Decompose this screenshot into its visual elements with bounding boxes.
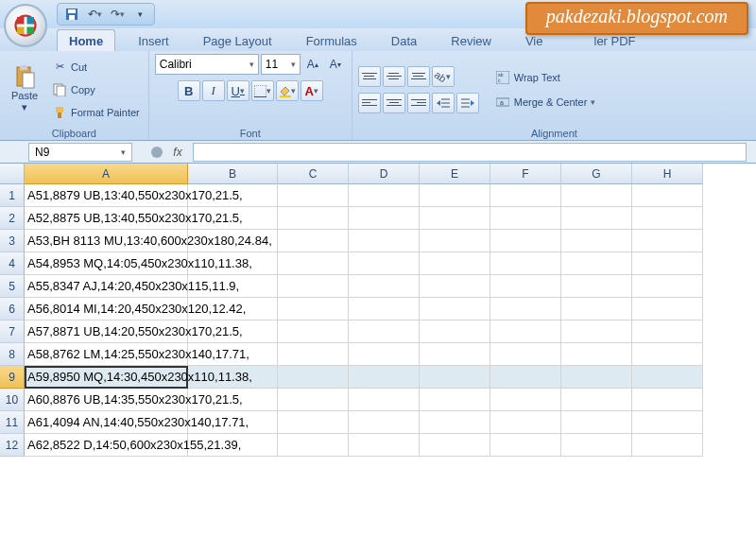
italic-button[interactable]: I [202, 80, 225, 101]
save-icon[interactable] [63, 6, 80, 23]
cell-E9[interactable] [420, 366, 490, 389]
col-header-B[interactable]: B [188, 164, 278, 184]
row-header[interactable]: 3 [0, 230, 25, 252]
cell-B10[interactable] [188, 389, 278, 411]
cell-H1[interactable] [632, 184, 703, 207]
align-right-button[interactable] [407, 93, 430, 113]
tab-home[interactable]: Home [57, 29, 115, 51]
cell-D6[interactable] [349, 298, 420, 320]
cell-E7[interactable] [420, 320, 490, 343]
orientation-button[interactable]: ab▾ [432, 66, 455, 87]
cut-button[interactable]: ✂Cut [49, 57, 143, 78]
cell-E1[interactable] [420, 184, 490, 207]
cell-E12[interactable] [420, 434, 490, 457]
cell-C7[interactable] [278, 320, 349, 343]
fx-button[interactable]: fx [168, 143, 187, 162]
cell-F1[interactable] [490, 184, 561, 207]
cell-D2[interactable] [349, 207, 420, 230]
cell-F7[interactable] [490, 320, 561, 343]
cell-C8[interactable] [278, 343, 349, 366]
row-header[interactable]: 8 [0, 343, 25, 366]
align-top-button[interactable] [358, 66, 381, 87]
cell-C2[interactable] [278, 207, 349, 230]
tab-data[interactable]: Data [380, 30, 428, 51]
row-header[interactable]: 10 [0, 389, 25, 411]
cell-E4[interactable] [420, 252, 490, 275]
cell-A10[interactable]: A60,8876 UB,14:35,550x230x170,21.5, [25, 389, 188, 411]
cell-F10[interactable] [490, 389, 561, 411]
cell-A12[interactable]: A62,8522 D,14:50,600x230x155,21.39, [25, 434, 188, 457]
col-header-E[interactable]: E [420, 164, 490, 184]
cell-E10[interactable] [420, 389, 490, 411]
align-left-button[interactable] [358, 93, 381, 113]
font-color-button[interactable]: A▾ [301, 80, 323, 101]
cell-B8[interactable] [188, 343, 278, 366]
cell-F3[interactable] [490, 230, 561, 252]
cell-E8[interactable] [420, 343, 490, 366]
cell-G2[interactable] [561, 207, 632, 230]
cell-G9[interactable] [561, 366, 632, 389]
cell-H11[interactable] [632, 411, 703, 434]
row-header[interactable]: 9 [0, 366, 25, 389]
increase-indent-button[interactable] [456, 93, 479, 113]
cell-C6[interactable] [278, 298, 349, 320]
redo-icon[interactable]: ↷▾ [109, 6, 126, 23]
cell-H3[interactable] [632, 230, 703, 252]
cell-E11[interactable] [420, 411, 490, 434]
cell-G10[interactable] [561, 389, 632, 411]
col-header-D[interactable]: D [349, 164, 420, 184]
col-header-A[interactable]: A [25, 164, 188, 184]
bold-button[interactable]: B [178, 80, 200, 101]
cell-F8[interactable] [490, 343, 561, 366]
cell-A6[interactable]: A56,8014 MI,14:20,450x230x120,12.42, [25, 298, 188, 320]
cell-C3[interactable] [278, 230, 349, 252]
cell-F5[interactable] [490, 275, 561, 298]
align-bottom-button[interactable] [407, 66, 430, 87]
wrap-text-button[interactable]: abcWrap Text [490, 67, 601, 88]
cell-G6[interactable] [561, 298, 632, 320]
border-button[interactable]: ▾ [251, 80, 274, 101]
formula-input[interactable] [193, 143, 747, 162]
cell-D1[interactable] [349, 184, 420, 207]
cell-G1[interactable] [561, 184, 632, 207]
col-header-G[interactable]: G [561, 164, 632, 184]
cell-B5[interactable] [188, 275, 278, 298]
cell-B2[interactable] [188, 207, 278, 230]
col-header-F[interactable]: F [490, 164, 561, 184]
cell-H4[interactable] [632, 252, 703, 275]
cell-B4[interactable] [188, 252, 278, 275]
cell-D3[interactable] [349, 230, 420, 252]
cell-F11[interactable] [490, 411, 561, 434]
cell-H8[interactable] [632, 343, 703, 366]
cell-F12[interactable] [490, 434, 561, 457]
cell-C4[interactable] [278, 252, 349, 275]
cell-B7[interactable] [188, 320, 278, 343]
name-box[interactable]: N9▾ [28, 143, 132, 162]
cell-B11[interactable] [188, 411, 278, 434]
cell-C9[interactable] [278, 366, 349, 389]
cell-G7[interactable] [561, 320, 632, 343]
row-header[interactable]: 2 [0, 207, 25, 230]
cell-B6[interactable] [188, 298, 278, 320]
cell-A9[interactable]: A59,8950 MQ,14:30,450x230x110,11.38, [25, 366, 188, 389]
cell-H10[interactable] [632, 389, 703, 411]
row-header[interactable]: 4 [0, 252, 25, 275]
cell-F9[interactable] [490, 366, 561, 389]
tab-page-layout[interactable]: Page Layout [192, 30, 284, 51]
underline-button[interactable]: U▾ [227, 80, 249, 101]
cell-C10[interactable] [278, 389, 349, 411]
tab-review[interactable]: Review [439, 30, 503, 51]
cell-H9[interactable] [632, 366, 703, 389]
cell-H2[interactable] [632, 207, 703, 230]
cell-C11[interactable] [278, 411, 349, 434]
qat-more-icon[interactable]: ▾ [131, 6, 148, 23]
merge-center-button[interactable]: aMerge & Center▾ [490, 92, 601, 113]
cell-H12[interactable] [632, 434, 703, 457]
fill-color-button[interactable]: ▾ [276, 80, 299, 101]
font-size-select[interactable]: 11▾ [261, 54, 301, 75]
cell-E6[interactable] [420, 298, 490, 320]
cell-H7[interactable] [632, 320, 703, 343]
col-header-C[interactable]: C [278, 164, 349, 184]
cell-D8[interactable] [349, 343, 420, 366]
cell-A4[interactable]: A54,8953 MQ,14:05,450x230x110,11.38, [25, 252, 188, 275]
